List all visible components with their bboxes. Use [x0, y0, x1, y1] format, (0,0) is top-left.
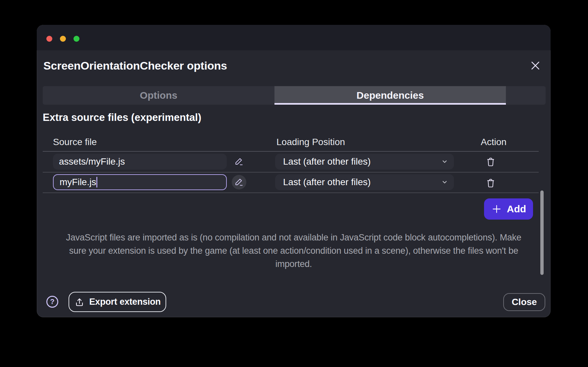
note-text: JavaScript files are imported as is (no …	[43, 231, 545, 271]
help-button[interactable]: ?	[46, 296, 58, 308]
close-button[interactable]: Close	[503, 293, 545, 311]
loading-position-select[interactable]: Last (after other files)	[275, 174, 454, 190]
tab-dependencies-label: Dependencies	[357, 90, 424, 101]
add-source-file-button[interactable]: Add	[484, 198, 533, 220]
chevron-down-icon	[441, 179, 448, 185]
trash-icon	[485, 156, 496, 168]
add-button-label: Add	[507, 203, 526, 215]
row-divider	[43, 172, 539, 173]
source-file-input[interactable]: assets/myFile.js	[53, 154, 227, 170]
column-header-loading-position: Loading Position	[276, 137, 345, 147]
title-bar	[37, 25, 551, 50]
traffic-light-close-button[interactable]	[46, 36, 52, 42]
close-icon	[529, 60, 541, 72]
delete-row-button[interactable]	[483, 175, 499, 191]
trash-icon	[485, 178, 496, 189]
loading-position-value: Last (after other files)	[283, 156, 371, 167]
plus-icon	[491, 203, 502, 215]
tab-selected-underline	[274, 103, 506, 105]
note-line: JavaScript files are imported as is (no …	[43, 231, 545, 244]
source-file-value: assets/myFile.js	[59, 156, 125, 167]
delete-row-button[interactable]	[483, 154, 499, 170]
export-button-label: Export extension	[89, 297, 161, 307]
tab-dependencies[interactable]: Dependencies	[274, 86, 506, 105]
tab-options[interactable]: Options	[43, 86, 274, 105]
close-dialog-button[interactable]	[528, 58, 543, 73]
traffic-light-minimize-button[interactable]	[60, 36, 66, 42]
source-file-input-focused[interactable]: myFile.js	[53, 174, 227, 190]
source-file-value: myFile.js	[60, 177, 96, 187]
chevron-down-icon	[441, 158, 448, 165]
pencil-icon	[234, 177, 244, 187]
loading-position-select[interactable]: Last (after other files)	[275, 154, 454, 170]
loading-position-value: Last (after other files)	[283, 177, 371, 187]
column-header-action: Action	[464, 137, 523, 147]
section-heading: Extra source files (experimental)	[43, 112, 201, 124]
upload-icon	[74, 297, 85, 307]
table-header-divider	[43, 151, 539, 152]
column-header-source-file: Source file	[53, 137, 97, 147]
note-line: sure your extension is used by the game …	[43, 244, 545, 257]
edit-source-file-button[interactable]	[232, 175, 246, 189]
pencil-icon	[234, 157, 244, 167]
traffic-light-zoom-button[interactable]	[74, 36, 79, 42]
text-caret	[96, 177, 97, 187]
page-title: ScreenOrientationChecker options	[43, 58, 227, 74]
note-line: imported.	[43, 257, 545, 271]
close-button-label: Close	[512, 297, 537, 307]
edit-source-file-button[interactable]	[232, 154, 246, 169]
help-icon: ?	[50, 297, 54, 306]
row-divider	[43, 192, 539, 193]
tab-bar: Options Dependencies	[43, 86, 546, 105]
dialog-window: ScreenOrientationChecker options Options…	[37, 25, 551, 317]
export-extension-button[interactable]: Export extension	[69, 292, 166, 312]
